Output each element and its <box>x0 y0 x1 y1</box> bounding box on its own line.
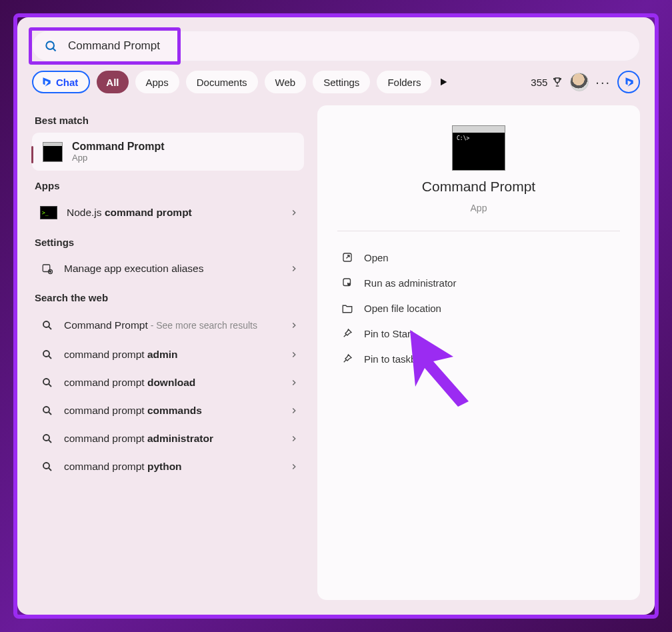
filter-web[interactable]: Web <box>265 71 307 93</box>
preview-title: Command Prompt <box>422 179 535 195</box>
user-avatar[interactable] <box>570 73 589 91</box>
svg-point-0 <box>46 41 54 49</box>
preview-panel: Command Prompt App Open Run as administr… <box>317 105 640 600</box>
folder-icon <box>341 302 353 314</box>
best-match-item[interactable]: Command Prompt App <box>32 133 304 171</box>
pin-icon <box>341 353 353 365</box>
chevron-right-icon <box>289 208 299 217</box>
action-run-admin[interactable]: Run as administrator <box>337 270 620 295</box>
svg-line-9 <box>49 384 51 387</box>
rewards-badge[interactable]: 355 <box>531 76 563 88</box>
web-result-admin[interactable]: command prompt admin <box>32 341 304 369</box>
cmd-icon <box>43 142 63 162</box>
svg-line-11 <box>49 412 51 415</box>
settings-result-aliases[interactable]: Manage app execution aliases <box>32 255 304 283</box>
settings-label: Settings <box>32 227 304 255</box>
web-result-python[interactable]: command prompt python <box>32 453 304 481</box>
chat-pill[interactable]: Chat <box>32 71 90 93</box>
svg-line-13 <box>49 440 51 443</box>
search-input[interactable] <box>68 39 629 53</box>
web-result-commands[interactable]: command prompt commands <box>32 397 304 425</box>
more-filters-icon[interactable] <box>438 77 449 87</box>
chevron-right-icon <box>289 350 299 359</box>
app-alias-icon <box>41 263 53 275</box>
search-icon <box>41 377 53 389</box>
best-match-subtitle: App <box>72 153 165 163</box>
filter-settings[interactable]: Settings <box>313 71 370 93</box>
nodejs-cmd-icon: >_ <box>40 206 57 219</box>
chevron-right-icon <box>289 406 299 415</box>
pin-icon <box>341 327 353 339</box>
search-icon <box>41 319 53 331</box>
svg-point-12 <box>43 435 49 441</box>
chat-label: Chat <box>56 77 78 88</box>
action-pin-start[interactable]: Pin to Start <box>337 321 620 346</box>
best-match-label: Best match <box>32 105 304 133</box>
bing-icon <box>623 76 635 88</box>
svg-point-6 <box>43 351 49 357</box>
search-icon <box>41 461 53 473</box>
svg-point-8 <box>43 379 49 385</box>
svg-line-5 <box>49 327 51 329</box>
web-result-download[interactable]: command prompt download <box>32 369 304 397</box>
chevron-right-icon <box>289 321 299 330</box>
filter-row: Chat All Apps Documents Web Settings Fol… <box>32 71 640 93</box>
web-label: Search the web <box>32 283 304 310</box>
preview-subtitle: App <box>471 203 487 213</box>
results-column: Best match Command Prompt App Apps >_ No… <box>32 105 304 600</box>
action-open-location[interactable]: Open file location <box>337 295 620 321</box>
svg-line-15 <box>49 468 51 471</box>
chevron-right-icon <box>289 264 299 273</box>
search-bar[interactable] <box>32 31 640 61</box>
svg-line-7 <box>49 356 51 359</box>
filter-apps[interactable]: Apps <box>135 71 179 93</box>
svg-point-4 <box>43 321 49 327</box>
preview-app-icon <box>452 125 505 171</box>
action-open[interactable]: Open <box>337 245 620 270</box>
search-icon <box>41 405 53 417</box>
filter-all[interactable]: All <box>97 71 128 93</box>
best-match-title: Command Prompt <box>72 141 165 153</box>
search-icon <box>41 433 53 445</box>
chevron-right-icon <box>289 434 299 443</box>
trophy-icon <box>551 76 563 88</box>
bing-chat-icon <box>40 76 52 88</box>
chevron-right-icon <box>289 378 299 387</box>
svg-line-1 <box>53 49 56 51</box>
svg-point-10 <box>43 407 49 413</box>
bing-button[interactable] <box>617 71 640 93</box>
web-result-administrator[interactable]: command prompt administrator <box>32 425 304 453</box>
web-result-see-more[interactable]: Command Prompt - See more search results <box>32 310 304 341</box>
filter-documents[interactable]: Documents <box>186 71 258 93</box>
action-pin-taskbar[interactable]: Pin to taskbar <box>337 346 620 371</box>
chevron-right-icon <box>289 462 299 471</box>
more-options-icon[interactable]: ··· <box>595 75 611 90</box>
svg-point-14 <box>43 463 49 469</box>
shield-admin-icon <box>341 277 353 289</box>
search-icon <box>44 39 57 53</box>
filter-folders[interactable]: Folders <box>377 71 431 93</box>
search-icon <box>41 349 53 361</box>
app-result-nodejs[interactable]: >_ Node.js command prompt <box>32 198 304 227</box>
apps-label: Apps <box>32 171 304 198</box>
search-window: Chat All Apps Documents Web Settings Fol… <box>17 17 655 615</box>
open-icon <box>341 251 353 263</box>
